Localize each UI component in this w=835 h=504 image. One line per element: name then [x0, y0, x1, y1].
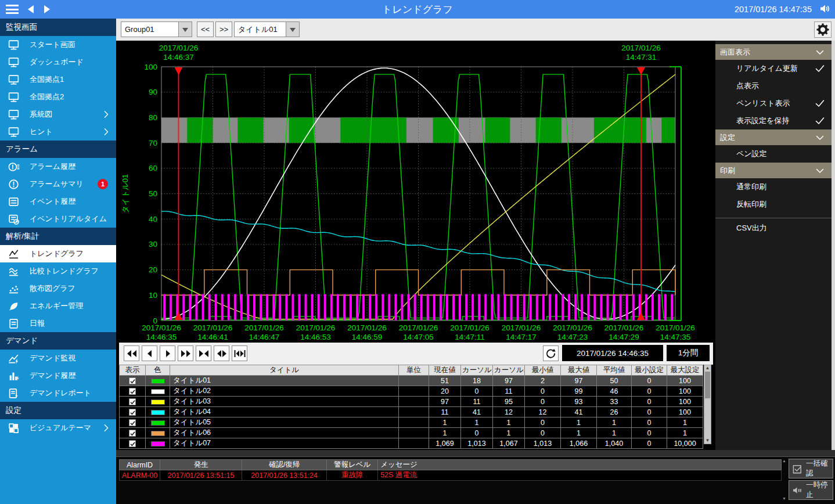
pen-table-row[interactable]: タイトル041141121241260100 — [120, 407, 703, 417]
right-scrollbar-track[interactable] — [832, 41, 835, 450]
pen-table-row[interactable]: タイトル0511101101 — [120, 417, 703, 428]
pen-visible-checkbox[interactable] — [129, 440, 136, 447]
sidebar-item-3-0[interactable]: デマンド監視 — [0, 350, 116, 367]
sidebar-item-3-2[interactable]: デマンドレポート — [0, 384, 116, 402]
monitor-icon — [8, 109, 20, 121]
pen-table-row[interactable]: タイトル03971195093330100 — [120, 397, 703, 407]
pen-table-row[interactable]: タイトル0220011099460100 — [120, 386, 703, 397]
pen-table-header[interactable]: 単位 — [399, 365, 429, 376]
menu-item-2-2[interactable]: CSV出力 — [715, 218, 832, 238]
pen-table-header[interactable]: 最大設定 — [667, 365, 703, 376]
step-back-fast-button[interactable] — [124, 345, 139, 361]
sidebar-item-0-3[interactable]: 全国拠点2 — [0, 88, 116, 106]
pen-visible-checkbox[interactable] — [129, 377, 136, 384]
alarm-row[interactable]: ALARM-002017/01/26 13:51:152017/01/26 13… — [120, 470, 782, 481]
pen-value-cell: 46 — [597, 386, 632, 397]
pen-table-row[interactable]: タイトル01511897297500100 — [120, 376, 703, 386]
pen-table-row[interactable]: タイトル0610101101 — [120, 428, 703, 438]
sidebar-item-2-1[interactable]: 比較トレンドグラフ — [0, 262, 116, 280]
sidebar-item-2-2[interactable]: 散布図グラフ — [0, 280, 116, 297]
alarm-scrollbar[interactable]: ▲▼ — [782, 459, 787, 501]
time-range-button[interactable]: 1分間 — [667, 345, 710, 361]
pen-visible-checkbox[interactable] — [129, 388, 136, 395]
chevron-down-icon[interactable] — [178, 22, 192, 37]
sidebar-item-label: イベントリアルタイム — [30, 214, 107, 224]
trend-chart[interactable]: 2017/01/2614:46:372017/01/2614:47:310102… — [119, 41, 713, 343]
menu-section-1[interactable]: 設定 — [715, 129, 832, 145]
hamburger-menu-icon[interactable] — [6, 5, 19, 14]
sidebar-item-0-0[interactable]: スタート画面 — [0, 36, 116, 53]
back-arrow-icon[interactable] — [27, 5, 35, 14]
pause-button[interactable]: 一時停止 — [789, 480, 833, 500]
check-icon — [814, 63, 826, 74]
sidebar-item-0-5[interactable]: ヒント — [0, 123, 116, 141]
menu-item-0-2[interactable]: ペンリスト表示 — [715, 95, 832, 112]
menu-item-0-1[interactable]: 点表示 — [715, 77, 832, 95]
pen-table-header[interactable]: 最小設定 — [632, 365, 667, 376]
step-forward-button[interactable] — [160, 345, 175, 361]
menu-item-0-3[interactable]: 表示設定を保持 — [715, 112, 832, 129]
sidebar-item-1-0[interactable]: アラーム履歴 — [0, 158, 116, 175]
sidebar-item-0-4[interactable]: 系統図 — [0, 106, 116, 123]
settings-gear-button[interactable] — [814, 21, 832, 38]
sidebar-item-0-2[interactable]: 全国拠点1 — [0, 71, 116, 88]
fit-range-button[interactable] — [232, 345, 247, 361]
pen-table-header[interactable]: 最小値 — [525, 365, 561, 376]
pen-visible-checkbox[interactable] — [129, 409, 136, 416]
sidebar-item-2-0[interactable]: トレンドグラフ — [0, 245, 116, 262]
menu-item-0-0[interactable]: リアルタイム更新 — [715, 60, 832, 77]
chart-start-datetime[interactable]: 2017/01/26 14:46:35 — [562, 345, 663, 361]
pen-table-header[interactable]: 色 — [146, 365, 170, 376]
menu-item-1-0[interactable]: ペン設定 — [715, 145, 832, 163]
sidebar-item-1-3[interactable]: イベントリアルタイム — [0, 210, 116, 228]
pen-table-header[interactable]: 最大値 — [561, 365, 597, 376]
menu-item-2-0[interactable]: 通常印刷 — [715, 178, 832, 196]
pen-table-header[interactable]: カーソル1 — [461, 365, 493, 376]
pen-visible-checkbox[interactable] — [129, 430, 136, 437]
top-bar: トレンドグラフ 2017/01/26 14:47:35 — [0, 0, 835, 19]
forward-arrow-icon[interactable] — [43, 5, 51, 14]
sidebar-item-2-4[interactable]: 日報 — [0, 315, 116, 332]
pen-select[interactable]: タイトル01 — [234, 21, 300, 37]
next-pen-button[interactable]: >> — [215, 21, 232, 37]
chevron-down-icon — [814, 46, 826, 58]
jump-inward-button[interactable] — [196, 345, 211, 361]
menu-section-2[interactable]: 印刷 — [715, 163, 832, 178]
jump-outward-button[interactable] — [214, 345, 229, 361]
pen-value-cell: 1,067 — [493, 438, 525, 449]
alarm-cell: ALARM-00 — [120, 470, 160, 481]
pen-table-header[interactable]: タイトル — [170, 365, 399, 376]
refresh-button[interactable] — [543, 345, 559, 361]
sidebar-item-label: アラーム履歴 — [30, 161, 75, 172]
step-forward-fast-button[interactable] — [178, 345, 193, 361]
demand-report-icon — [8, 387, 20, 399]
page-title: トレンドグラフ — [0, 3, 835, 16]
pen-value-cell: 100 — [667, 407, 703, 417]
pen-table-scrollbar[interactable]: ▲▼ — [704, 365, 711, 444]
pen-table-header[interactable]: 平均値 — [597, 365, 632, 376]
menu-section-0[interactable]: 画面表示 — [715, 44, 832, 60]
group-select[interactable]: Group01 — [121, 21, 192, 37]
refresh-icon — [545, 348, 556, 359]
prev-pen-button[interactable]: << — [197, 21, 214, 37]
pb-backfast-icon — [125, 349, 138, 358]
ack-all-button[interactable]: 一括確認 — [789, 459, 833, 478]
pen-table-header[interactable]: 現在値 — [429, 365, 461, 376]
sidebar-item-1-2[interactable]: イベント履歴 — [0, 193, 116, 210]
sidebar-item-3-1[interactable]: デマンド履歴 — [0, 367, 116, 384]
chevron-down-icon[interactable] — [286, 22, 299, 37]
pen-table-header[interactable]: 表示 — [120, 365, 146, 376]
sidebar-item-2-3[interactable]: エネルギー管理 — [0, 297, 116, 315]
menu-item-2-1[interactable]: 反転印刷 — [715, 196, 832, 213]
sidebar-item-0-1[interactable]: ダッシュボード — [0, 53, 116, 71]
event-history-icon — [8, 196, 20, 208]
pen-visible-checkbox[interactable] — [129, 419, 136, 426]
sidebar-item-1-1[interactable]: アラームサマリ1 — [0, 175, 116, 193]
sidebar-item-4-0[interactable]: ビジュアルテーマ — [0, 419, 116, 437]
pen-visible-checkbox[interactable] — [129, 398, 136, 405]
pen-table-header[interactable]: カーソル2 — [493, 365, 525, 376]
svg-text:100: 100 — [144, 63, 157, 71]
step-back-button[interactable] — [142, 345, 157, 361]
pen-table-row[interactable]: タイトル071,0691,0131,0671,0131,0661,040010,… — [120, 438, 703, 449]
speaker-icon[interactable] — [819, 3, 830, 16]
